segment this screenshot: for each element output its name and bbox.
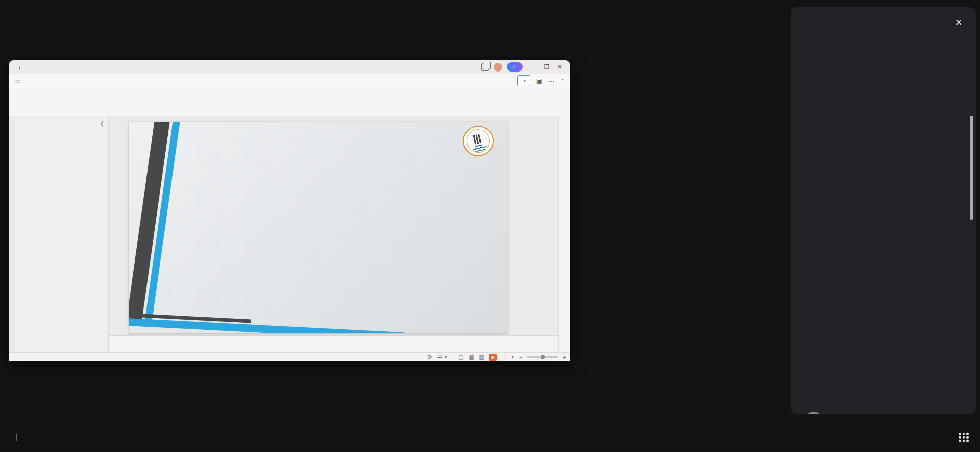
bolt-icon: ⚡	[512, 64, 516, 70]
minimize-button[interactable]: —	[527, 61, 540, 73]
avatar	[805, 412, 822, 414]
zoom-out-button[interactable]: −	[519, 354, 522, 360]
slide-body-text[interactable]	[146, 203, 495, 210]
normal-view-icon[interactable]: ▢	[459, 354, 464, 360]
new-document-tab[interactable]: +	[13, 62, 30, 74]
meet-bottom-bar	[0, 422, 980, 452]
collapse-panel-icon[interactable]: ❮	[100, 121, 104, 126]
slide-panel: ❮	[15, 116, 109, 352]
divider	[16, 434, 17, 441]
activities-button[interactable]	[959, 433, 969, 442]
rotate-icon[interactable]: ⟳	[427, 354, 432, 360]
slide-decor-blue-strip	[129, 318, 404, 333]
wps-ribbon	[9, 88, 570, 116]
zoom-slider[interactable]	[527, 356, 558, 358]
participants-panel: ✕	[791, 7, 976, 414]
close-panel-button[interactable]: ✕	[951, 15, 966, 30]
zoom-in-button[interactable]: +	[563, 354, 566, 360]
hamburger-icon: ☰	[15, 77, 20, 85]
fit-slide-icon[interactable]: ⛶	[502, 354, 505, 361]
account-avatar[interactable]	[494, 63, 502, 72]
more-menu-icon[interactable]: ⋯	[548, 77, 555, 85]
ribbon-layout-icon[interactable]: ▣	[536, 77, 542, 84]
notes-toggle[interactable]: ☰▾	[437, 354, 447, 360]
wps-menubar: ☰ ▾ ▣ ⋯ ⌃	[9, 74, 570, 88]
zoom-level[interactable]: ▾	[511, 355, 514, 360]
right-tool-strip	[558, 116, 570, 352]
plus-icon: +	[18, 65, 21, 71]
restore-button[interactable]: ❐	[541, 61, 553, 73]
panel-scrollbar[interactable]	[970, 116, 973, 220]
reading-view-icon[interactable]: ▥	[479, 354, 484, 360]
tab-list-icon[interactable]	[481, 63, 489, 71]
wps-tabbar: + ⚡ — ❐ ✕	[9, 60, 570, 74]
current-slide[interactable]	[129, 122, 508, 333]
wps-office-window: + ⚡ — ❐ ✕ ☰ ▾ ▣ ⋯ ⌃	[9, 60, 570, 361]
slideshow-play-button[interactable]: ▶	[489, 354, 497, 361]
slide-canvas[interactable]	[109, 116, 559, 352]
meet-app: + ⚡ — ❐ ✕ ☰ ▾ ▣ ⋯ ⌃	[0, 0, 980, 452]
notes-area[interactable]	[109, 335, 559, 352]
upgrade-button[interactable]: ⚡	[507, 62, 523, 72]
university-logo	[460, 123, 496, 159]
close-button[interactable]: ✕	[554, 61, 566, 73]
file-menu[interactable]: ☰	[9, 77, 28, 85]
wps-statusbar: ⟳ ☰▾ ▢ ▦ ▥ ▶ ⛶ ▾ − +	[9, 352, 570, 361]
collapse-ribbon-icon[interactable]: ⌃	[561, 78, 565, 84]
share-button[interactable]: ▾	[517, 75, 530, 86]
wps-workarea: ❮	[9, 116, 570, 352]
sorter-view-icon[interactable]: ▦	[469, 354, 474, 360]
